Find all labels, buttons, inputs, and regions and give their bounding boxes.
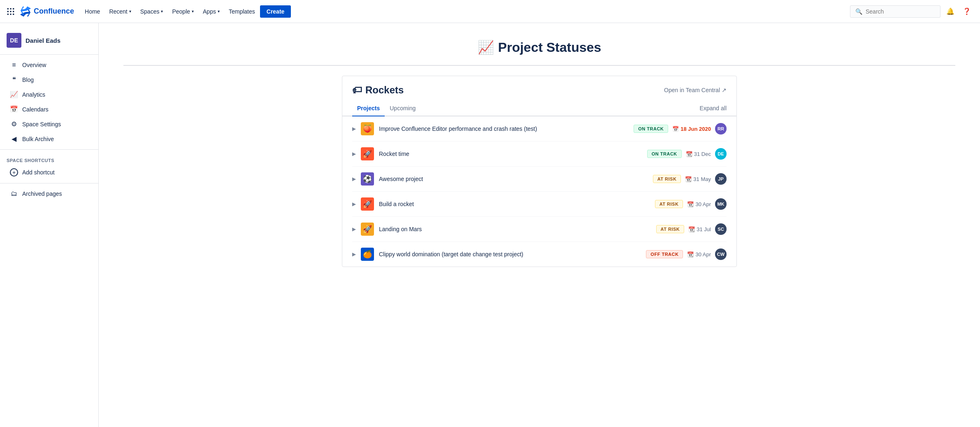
project-row: ▶ 🚀 Landing on Mars AT RISK 📆 31 Jul SC: [352, 217, 727, 242]
nav-apps[interactable]: Apps ▾: [199, 6, 224, 17]
main-layout: DE Daniel Eads ≡ Overview ❝ Blog 📈 Analy…: [0, 23, 980, 427]
due-date: 📅 18 Jun 2020: [672, 126, 711, 132]
search-box[interactable]: 🔍: [850, 5, 941, 18]
page-divider: [123, 65, 955, 66]
svg-rect-8: [13, 14, 14, 15]
status-badge: AT RISK: [656, 225, 685, 233]
sidebar-item-label: Analytics: [22, 91, 45, 98]
project-name[interactable]: Build a rocket: [379, 201, 650, 207]
expand-chevron[interactable]: ▶: [352, 176, 356, 182]
svg-rect-0: [7, 8, 9, 9]
svg-rect-5: [13, 11, 14, 12]
add-icon: +: [10, 168, 18, 176]
create-button[interactable]: Create: [260, 5, 291, 18]
sidebar-item-bulk-archive[interactable]: ◀ Bulk Archive: [3, 132, 95, 146]
logo-text: Confluence: [34, 7, 74, 16]
open-team-central-link[interactable]: Open in Team Central ↗: [664, 87, 727, 93]
avatar: MK: [715, 198, 727, 210]
avatar: JP: [715, 173, 727, 185]
svg-rect-1: [10, 8, 11, 9]
expand-chevron[interactable]: ▶: [352, 226, 356, 232]
due-date: 📆 30 Apr: [687, 201, 711, 207]
svg-rect-4: [10, 11, 11, 12]
project-emoji: 🚀: [361, 147, 374, 160]
avatar: SC: [715, 223, 727, 235]
chevron-down-icon: ▾: [129, 9, 131, 14]
project-name[interactable]: Rocket time: [379, 151, 642, 157]
project-meta: AT RISK 📆 30 Apr MK: [655, 198, 727, 210]
due-date: 📆 31 May: [685, 176, 711, 182]
bulk-archive-icon: ◀: [10, 135, 18, 143]
status-badge: AT RISK: [655, 200, 683, 208]
card-header: 🏷 Rockets Open in Team Central ↗: [342, 76, 736, 96]
project-row: ▶ ⚽ Awesome project AT RISK 📆 31 May JP: [352, 167, 727, 192]
project-name[interactable]: Clippy world domination (target date cha…: [379, 251, 641, 258]
status-badge: ON TRACK: [634, 125, 668, 133]
project-row: ▶ 🍊 Clippy world domination (target date…: [352, 242, 727, 267]
card-title: 🏷 Rockets: [352, 84, 404, 96]
search-input[interactable]: [866, 8, 935, 15]
nav-people[interactable]: People ▾: [168, 6, 198, 17]
sidebar-item-calendars[interactable]: 📅 Calendars: [3, 102, 95, 116]
sidebar-username: Daniel Eads: [26, 37, 60, 44]
expand-chevron[interactable]: ▶: [352, 201, 356, 207]
sidebar-item-label: Overview: [22, 62, 46, 68]
overview-icon: ≡: [10, 61, 18, 69]
tab-projects[interactable]: Projects: [352, 101, 385, 116]
calendar-icon: 📆: [685, 176, 692, 182]
help-button[interactable]: ❓: [960, 5, 973, 18]
sidebar-item-blog[interactable]: ❝ Blog: [3, 72, 95, 87]
project-meta: OFF TRACK 📆 30 Apr CW: [646, 248, 727, 260]
sidebar-item-label: Calendars: [22, 106, 49, 113]
add-shortcut-label: Add shortcut: [22, 169, 55, 176]
sidebar-item-analytics[interactable]: 📈 Analytics: [3, 87, 95, 102]
sidebar-divider: [0, 149, 98, 150]
status-badge: ON TRACK: [647, 150, 682, 158]
due-date: 📆 30 Apr: [687, 251, 711, 258]
svg-rect-3: [7, 11, 9, 12]
project-name[interactable]: Landing on Mars: [379, 226, 651, 232]
confluence-logo[interactable]: Confluence: [20, 6, 74, 17]
rockets-card: 🏷 Rockets Open in Team Central ↗ Project…: [342, 76, 737, 267]
page-title-icon: 📈: [478, 39, 494, 55]
due-date: 📆 31 Jul: [688, 226, 711, 232]
add-shortcut-item[interactable]: + Add shortcut: [3, 165, 95, 180]
expand-all-button[interactable]: Expand all: [700, 101, 727, 116]
avatar: RR: [715, 123, 727, 135]
expand-chevron[interactable]: ▶: [352, 126, 356, 132]
card-tabs: Projects Upcoming Expand all: [342, 101, 736, 116]
nav-recent[interactable]: Recent ▾: [105, 6, 135, 17]
svg-rect-7: [10, 14, 11, 15]
space-shortcuts-title: SPACE SHORTCUTS: [0, 153, 98, 165]
expand-chevron[interactable]: ▶: [352, 251, 356, 257]
calendar-icon: 📆: [687, 201, 694, 207]
expand-chevron[interactable]: ▶: [352, 151, 356, 157]
project-row: ▶ 🍑 Improve Confluence Editor performanc…: [352, 116, 727, 142]
nav-templates[interactable]: Templates: [225, 6, 259, 17]
main-nav: Home Recent ▾ Spaces ▾ People ▾ Apps ▾ T…: [81, 5, 848, 18]
sidebar-item-archived-pages[interactable]: 🗂 Archived pages: [3, 187, 95, 201]
status-badge: OFF TRACK: [646, 250, 683, 258]
project-row: ▶ 🚀 Build a rocket AT RISK 📆 30 Apr MK: [352, 192, 727, 217]
tabs-list: Projects Upcoming: [352, 101, 420, 116]
project-name[interactable]: Improve Confluence Editor performance an…: [379, 125, 629, 132]
sidebar-item-overview[interactable]: ≡ Overview: [3, 58, 95, 72]
svg-rect-2: [13, 8, 14, 9]
project-list: ▶ 🍑 Improve Confluence Editor performanc…: [342, 116, 736, 267]
project-emoji: 🚀: [361, 223, 374, 236]
avatar: DE: [715, 148, 727, 160]
archived-pages-icon: 🗂: [10, 190, 18, 197]
sidebar-item-space-settings[interactable]: ⚙ Space Settings: [3, 117, 95, 131]
page-title-area: 📈 Project Statuses: [123, 39, 955, 55]
chevron-down-icon: ▾: [192, 9, 194, 14]
nav-home[interactable]: Home: [81, 6, 104, 17]
calendar-icon: 📅: [672, 126, 679, 132]
status-badge: AT RISK: [653, 175, 681, 183]
sidebar-user: DE Daniel Eads: [0, 30, 98, 55]
calendar-icon: 📆: [688, 226, 695, 232]
app-grid-icon[interactable]: [7, 7, 15, 16]
notifications-button[interactable]: 🔔: [944, 5, 957, 18]
nav-spaces[interactable]: Spaces ▾: [136, 6, 167, 17]
project-name[interactable]: Awesome project: [379, 176, 648, 182]
tab-upcoming[interactable]: Upcoming: [385, 101, 420, 116]
